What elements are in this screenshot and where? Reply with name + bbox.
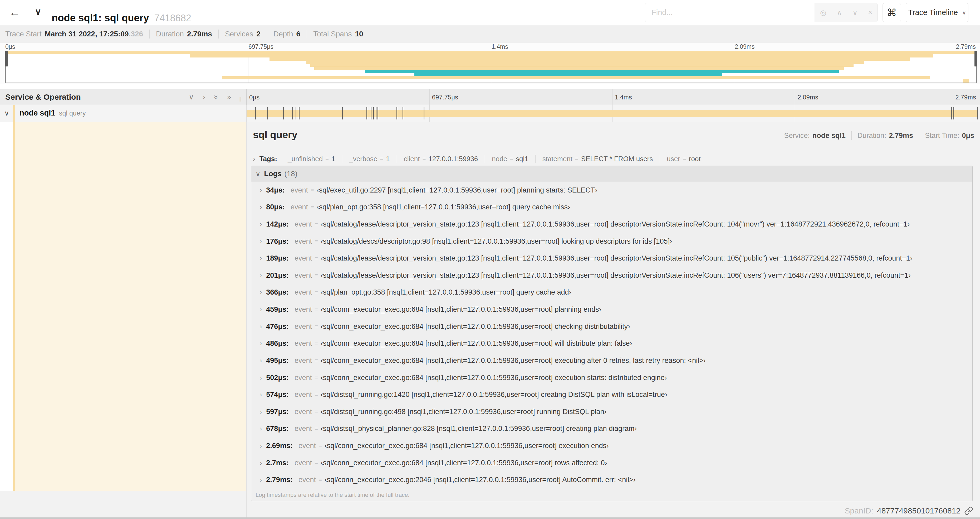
log-row[interactable]: ›476μs:event=‹sql/conn_executor_exec.go:… xyxy=(251,318,972,335)
column-resize-grip[interactable]: ‖ xyxy=(239,96,242,103)
equals-sign: = xyxy=(575,155,579,162)
expand-all-icon[interactable]: » xyxy=(212,95,220,99)
back-button[interactable]: ← xyxy=(6,4,23,21)
log-timestamp: 80μs: xyxy=(266,203,285,211)
log-row[interactable]: ›678μs:event=‹sql/distsql_physical_plann… xyxy=(251,420,972,438)
stat-label: Depth xyxy=(274,30,293,38)
tag-value: SELECT * FROM users xyxy=(581,155,653,163)
tags-accordion[interactable]: › Tags: _unfinished=1_verbose=1client=12… xyxy=(253,152,974,166)
view-range-scrubber-left[interactable] xyxy=(5,51,6,83)
expand-chevron-icon: › xyxy=(260,323,262,331)
span-id-label: SpanID: xyxy=(845,506,873,515)
detail-operation-title: sql query xyxy=(253,129,298,141)
log-field-key: event xyxy=(299,442,316,450)
stat-label: Total Spans xyxy=(313,30,352,38)
tick-label: 2.79ms xyxy=(955,94,976,101)
equals-sign: = xyxy=(315,459,318,466)
log-row[interactable]: ›574μs:event=‹sql/distsql_running.go:142… xyxy=(251,386,972,403)
tag-value: sql1 xyxy=(516,155,528,163)
log-timestamp: 476μs: xyxy=(266,323,289,331)
log-row[interactable]: ›486μs:event=‹sql/conn_executor_exec.go:… xyxy=(251,335,972,352)
expand-chevron-icon: › xyxy=(260,289,262,296)
minimap-span xyxy=(414,73,722,76)
find-suffix-controls: ◎ ∧ ∨ × xyxy=(815,3,878,22)
log-timestamp: 486μs: xyxy=(266,339,289,348)
log-row[interactable]: ›459μs:event=‹sql/conn_executor_exec.go:… xyxy=(251,301,972,318)
tick-label: 697.75μs xyxy=(432,94,458,101)
logs-header[interactable]: ∨ Logs (18) xyxy=(251,166,972,182)
log-event-tick xyxy=(953,107,954,120)
log-field-value: ‹sql/exec_util.go:2297 [nsql1,client=127… xyxy=(317,186,598,194)
minimap-canvas[interactable] xyxy=(5,51,977,83)
log-row[interactable]: ›495μs:event=‹sql/conn_executor_exec.go:… xyxy=(251,352,972,369)
find-previous-icon[interactable]: ∧ xyxy=(837,8,842,17)
log-event-tick xyxy=(951,107,952,120)
equals-sign: = xyxy=(315,255,318,262)
find-next-icon[interactable]: ∨ xyxy=(853,8,858,17)
log-row[interactable]: ›142μs:event=‹sql/catalog/lease/descript… xyxy=(251,216,972,233)
stat-value: March 31 2022, 17:25:09 xyxy=(45,30,129,38)
span-color-accent xyxy=(13,105,15,122)
log-field-value: ‹sql/conn_executor_exec.go:684 [nsql1,cl… xyxy=(321,459,607,467)
tag-value: 1 xyxy=(386,155,390,163)
log-field-key: event xyxy=(294,305,312,313)
collapse-all-icon[interactable]: » xyxy=(227,93,231,101)
log-event-tick xyxy=(977,107,978,120)
log-field-value: ‹sql/conn_executor_exec.go:684 [nsql1,cl… xyxy=(321,323,630,331)
log-row[interactable]: ›2.7ms:event=‹sql/conn_executor_exec.go:… xyxy=(251,454,972,471)
link-icon[interactable] xyxy=(964,506,973,515)
scrubber-grip[interactable] xyxy=(5,51,8,67)
log-row[interactable]: ›366μs:event=‹sql/plan_opt.go:358 [nsql1… xyxy=(251,284,972,301)
minimap-span xyxy=(365,70,839,73)
tag-list: _unfinished=1_verbose=1client=127.0.0.1:… xyxy=(281,155,707,163)
span-bar-track[interactable] xyxy=(246,105,978,122)
find-clear-icon[interactable]: × xyxy=(868,8,872,17)
expand-chevron-icon: › xyxy=(260,220,262,228)
collapse-span-chevron-icon[interactable]: ∨ xyxy=(4,109,9,117)
log-row[interactable]: ›201μs:event=‹sql/catalog/lease/descript… xyxy=(251,267,972,284)
span-row[interactable]: ∨ node sql1 sql query xyxy=(0,105,980,122)
scrubber-grip[interactable] xyxy=(974,51,977,67)
log-row[interactable]: ›2.69ms:event=‹sql/conn_executor_exec.go… xyxy=(251,437,972,454)
log-event-tick xyxy=(255,107,256,120)
view-range-scrubber-right[interactable] xyxy=(976,51,977,83)
find-input[interactable] xyxy=(645,3,815,22)
log-row[interactable]: ›597μs:event=‹sql/distsql_running.go:498… xyxy=(251,403,972,420)
collapse-trace-header-chevron-icon[interactable]: ∨ xyxy=(35,6,41,17)
logs-title: Logs xyxy=(264,169,282,178)
expand-one-icon[interactable]: › xyxy=(203,93,205,101)
tree-gutter xyxy=(0,122,13,491)
log-field-value: ‹sql/plan_opt.go:358 [nsql1,client=127.0… xyxy=(317,203,570,211)
span-duration-bar[interactable] xyxy=(247,110,978,117)
minimap-span xyxy=(5,51,977,54)
log-row[interactable]: ›176μs:event=‹sql/catalog/descs/descript… xyxy=(251,233,972,250)
log-row[interactable]: ›80μs:event=‹sql/plan_opt.go:358 [nsql1,… xyxy=(251,199,972,216)
tick-label: 0μs xyxy=(249,94,259,101)
equals-sign: = xyxy=(315,323,318,330)
expand-chevron-icon: › xyxy=(260,425,262,433)
log-row[interactable]: ›34μs:event=‹sql/exec_util.go:2297 [nsql… xyxy=(251,182,972,199)
log-field-key: event xyxy=(291,203,308,211)
expand-chevron-icon: › xyxy=(260,238,262,245)
divider xyxy=(851,131,852,140)
log-field-value: ‹sql/catalog/descs/descriptor.go:98 [nsq… xyxy=(321,237,672,246)
collapse-one-icon[interactable]: ∨ xyxy=(189,93,194,101)
duration-label: Duration: xyxy=(858,132,886,140)
view-selector-button[interactable]: Trace Timeline ∨ xyxy=(906,3,969,22)
trace-id: 7418682 xyxy=(154,13,191,24)
log-row[interactable]: ›2.79ms:event=‹sql/conn_executor_exec.go… xyxy=(251,471,972,489)
stats-bar: Trace StartMarch 31 2022, 17:25:09.326Du… xyxy=(0,25,980,43)
log-field-key: event xyxy=(294,271,312,279)
equals-sign: = xyxy=(315,357,318,364)
keyboard-shortcuts-button[interactable]: ⌘ xyxy=(883,3,901,22)
tick-label: 2.09ms xyxy=(735,43,754,50)
divider xyxy=(29,2,29,23)
log-event-tick xyxy=(377,107,378,120)
locate-icon[interactable]: ◎ xyxy=(820,8,826,17)
tag-key: node xyxy=(492,155,507,163)
log-field-value: ‹sql/conn_executor_exec.go:684 [nsql1,cl… xyxy=(325,442,609,450)
log-row[interactable]: ›189μs:event=‹sql/catalog/lease/descript… xyxy=(251,250,972,267)
top-bar: ← ∨ node sql1: sql query7418682 ◎ ∧ ∨ × … xyxy=(0,0,980,25)
log-row[interactable]: ›502μs:event=‹sql/conn_executor_exec.go:… xyxy=(251,369,972,386)
log-field-value: ‹sql/conn_executor_exec.go:684 [nsql1,cl… xyxy=(321,356,706,365)
